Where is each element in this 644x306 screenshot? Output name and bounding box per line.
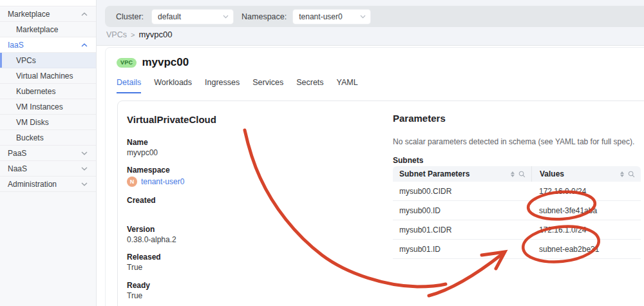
- subnets-table-header: Subnet Parameters Values: [393, 166, 641, 182]
- field-version-value: 0.38.0-alpha.2: [127, 235, 176, 244]
- parameters-heading: Parameters: [393, 113, 446, 124]
- sidebar-top-spacer: [0, 0, 96, 6]
- sort-icon[interactable]: [511, 171, 515, 177]
- sidebar-section-label: Administration: [8, 180, 57, 189]
- sidebar-item-label: Kubernetes: [16, 87, 55, 96]
- context-bar: Cluster: default Namespace: tenant-user0: [105, 6, 644, 27]
- sidebar-section-label: IaaS: [8, 41, 24, 50]
- sidebar-item-buckets[interactable]: Buckets: [0, 130, 96, 146]
- parameters-empty-message: No scalar parameters detected in schema …: [393, 137, 634, 146]
- sidebar-section-label: NaaS: [8, 164, 27, 173]
- cluster-select[interactable]: default: [152, 10, 233, 24]
- content-card: VPC myvpc00 Details Workloads Ingresses …: [105, 47, 644, 306]
- sidebar-section-label: PaaS: [8, 149, 26, 158]
- subnet-param-cell: mysub00.CIDR: [393, 182, 531, 200]
- tab-workloads[interactable]: Workloads: [154, 78, 192, 93]
- column-header-subnet-parameters: Subnet Parameters: [393, 166, 531, 182]
- sidebar-section-paas[interactable]: PaaS: [0, 146, 96, 161]
- field-version-label: Version: [127, 225, 155, 234]
- page-title: myvpc00: [142, 56, 189, 69]
- chevron-down-icon: [81, 151, 88, 155]
- sidebar-section-iaas[interactable]: IaaS: [0, 37, 96, 53]
- table-row: mysub01.CIDR 172.16.1.0/24: [393, 220, 641, 240]
- subnet-param-cell: mysub01.CIDR: [393, 220, 531, 239]
- sidebar-item-vm-instances[interactable]: VM Instances: [0, 99, 96, 115]
- field-name-value: myvpc00: [127, 148, 158, 157]
- field-namespace-value-row: N tenant-user0: [127, 177, 184, 187]
- tab-services[interactable]: Services: [252, 78, 283, 93]
- table-row: mysub00.CIDR 172.16.0.0/24: [393, 182, 641, 201]
- sidebar-item-vm-disks[interactable]: VM Disks: [0, 115, 96, 130]
- breadcrumb: VPCs > myvpc00: [106, 30, 172, 39]
- field-ready-label: Ready: [127, 281, 150, 290]
- sidebar-item-vpcs[interactable]: VPCs: [0, 53, 96, 68]
- subnet-value-cell: subnet-3fe41aba: [531, 201, 641, 220]
- table-row: mysub00.ID subnet-3fe41aba: [393, 201, 641, 220]
- namespace-select[interactable]: tenant-user0: [293, 10, 370, 24]
- subnets-label: Subnets: [393, 156, 423, 165]
- sidebar-item-label: Marketplace: [16, 25, 58, 34]
- subnet-value-cell: 172.16.0.0/24: [531, 182, 641, 200]
- subnets-table: Subnet Parameters Values: [393, 166, 641, 259]
- field-namespace-label: Namespace: [127, 166, 170, 175]
- vpc-kind-badge: VPC: [117, 58, 137, 68]
- sidebar-section-marketplace[interactable]: Marketplace: [0, 6, 96, 22]
- breadcrumb-current: myvpc00: [138, 30, 172, 39]
- sidebar-item-marketplace[interactable]: Marketplace: [0, 22, 96, 37]
- tab-details[interactable]: Details: [117, 78, 141, 93]
- chevron-down-icon: [81, 182, 88, 186]
- namespace-select-value: tenant-user0: [299, 12, 342, 21]
- tab-bar: Details Workloads Ingresses Services Sec…: [117, 78, 358, 93]
- chevron-down-icon: [81, 167, 88, 171]
- cluster-label: Cluster:: [116, 12, 144, 21]
- namespace-avatar: N: [127, 177, 137, 187]
- sidebar-item-label: VPCs: [16, 56, 36, 65]
- field-ready-value: True: [127, 291, 142, 300]
- sort-icon[interactable]: [620, 171, 624, 177]
- namespace-link[interactable]: tenant-user0: [141, 177, 184, 186]
- app: Marketplace Marketplace IaaS VPCs Virtua…: [0, 0, 644, 306]
- sidebar: Marketplace Marketplace IaaS VPCs Virtua…: [0, 0, 97, 306]
- tab-secrets[interactable]: Secrets: [296, 78, 323, 93]
- subnet-param-cell: mysub00.ID: [393, 201, 531, 220]
- sidebar-filler: [0, 192, 96, 303]
- breadcrumb-separator: >: [131, 31, 135, 39]
- sidebar-item-label: VM Instances: [16, 102, 63, 111]
- chevron-up-icon: [81, 12, 88, 16]
- field-released-label: Released: [127, 253, 161, 262]
- sidebar-item-virtual-machines[interactable]: Virtual Machines: [0, 68, 96, 84]
- tab-ingresses[interactable]: Ingresses: [205, 78, 240, 93]
- subnet-value-cell: subnet-eab2be31: [531, 240, 641, 258]
- field-created-label: Created: [127, 196, 156, 205]
- namespace-label: Namespace:: [242, 12, 287, 21]
- field-released-value: True: [127, 263, 142, 272]
- breadcrumb-vpcs-link[interactable]: VPCs: [106, 30, 127, 39]
- cluster-select-value: default: [158, 12, 181, 21]
- search-icon[interactable]: [628, 171, 635, 178]
- sidebar-section-naas[interactable]: NaaS: [0, 161, 96, 177]
- sidebar-item-label: Virtual Machines: [16, 72, 73, 81]
- chevron-up-icon: [81, 43, 88, 47]
- sidebar-item-label: VM Disks: [16, 118, 49, 127]
- page-title-row: VPC myvpc00: [117, 56, 189, 69]
- chevron-down-icon: [360, 15, 366, 19]
- column-header-label: Values: [540, 169, 564, 178]
- details-panel: VirtualPrivateCloud Name myvpc00 Namespa…: [117, 100, 644, 306]
- chevron-down-icon: [223, 15, 229, 19]
- sidebar-section-administration[interactable]: Administration: [0, 177, 96, 192]
- column-header-values: Values: [531, 166, 641, 182]
- sidebar-item-label: Buckets: [16, 133, 44, 142]
- table-row: mysub01.ID subnet-eab2be31: [393, 240, 641, 259]
- subnet-param-cell: mysub01.ID: [393, 240, 531, 258]
- main-area: Cluster: default Namespace: tenant-user0…: [97, 0, 644, 306]
- sidebar-section-label: Marketplace: [8, 10, 50, 19]
- search-icon[interactable]: [518, 171, 526, 178]
- column-header-label: Subnet Parameters: [399, 169, 469, 178]
- tab-yaml[interactable]: YAML: [337, 78, 358, 93]
- field-name-label: Name: [127, 138, 148, 147]
- subnet-value-cell: 172.16.1.0/24: [531, 220, 641, 239]
- resource-type-heading: VirtualPrivateCloud: [127, 114, 216, 125]
- sidebar-item-kubernetes[interactable]: Kubernetes: [0, 84, 96, 99]
